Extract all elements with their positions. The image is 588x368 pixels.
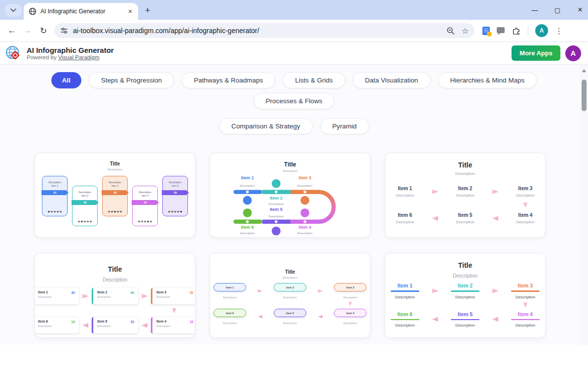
template-card-steps[interactable]: Title Description Description Item 1 01 … [35, 153, 195, 238]
step-number: 02 [72, 200, 99, 205]
download-badge-icon: ↓ [487, 32, 492, 37]
step-number: 03 [102, 190, 129, 195]
main-content: All Steps & Progression Pathways & Roadm… [0, 65, 588, 345]
list-item: Item 1Description40 [35, 288, 79, 304]
window-close-icon[interactable]: × [576, 5, 584, 14]
step-number: 01 [41, 190, 69, 195]
card-title: Title [385, 161, 545, 169]
step-label: Item 4 [133, 194, 157, 197]
filter-chip-lists-grids[interactable]: Lists & Grids [283, 72, 345, 88]
filter-chip-comparison-strategy[interactable]: Comparison & Strategy [219, 118, 313, 134]
filter-chip-steps-progression[interactable]: Steps & Progression [89, 72, 174, 88]
arrow-left-icon [432, 316, 439, 323]
filter-chip-processes-flows[interactable]: Processes & Flows [254, 93, 335, 109]
step-desc: Description [73, 191, 97, 194]
list-item: Item 3Description [511, 283, 540, 299]
template-card-underline-list[interactable]: Title Description Item 1Description Item… [385, 253, 546, 338]
visual-paradigm-link[interactable]: Visual Paradigm [58, 54, 100, 60]
browser-profile-avatar[interactable]: A [535, 24, 548, 37]
bookmark-star-icon[interactable]: ☆ [462, 26, 469, 36]
list-item: Item 2Description [274, 283, 306, 299]
template-card-pills[interactable]: Title Description Item 1Description Item… [210, 253, 370, 338]
card-title: Title [210, 161, 370, 168]
timeline-item-label: Item 1 [241, 175, 254, 180]
arrow-right-icon [492, 287, 499, 294]
list-item: Item 5Description10 [92, 317, 138, 333]
template-card-serpentine[interactable]: Title Description [210, 153, 370, 238]
filter-chip-pyramid[interactable]: Pyramid [320, 118, 369, 134]
user-avatar[interactable]: A [565, 45, 581, 61]
new-tab-button[interactable]: + [145, 5, 150, 16]
filter-chip-data-visualization[interactable]: Data Visualization [353, 72, 431, 88]
arrow-down-icon [522, 203, 528, 208]
tab-close-icon[interactable]: × [126, 7, 134, 15]
step-label: Item 1 [42, 184, 67, 187]
timeline-item-desc: Description [240, 184, 255, 187]
arrow-right-icon [82, 293, 89, 299]
browser-toolbar: ← → ↻ ai-toolbox.visual-paradigm.com/app… [0, 20, 588, 42]
list-item: Item 5Description [451, 311, 479, 328]
step-desc: Description [103, 181, 127, 184]
arrow-left-icon [82, 322, 89, 328]
serpentine-graphic: Item 1 Description Item 3 Description It… [216, 173, 364, 236]
timeline-item-desc: Description [269, 202, 284, 205]
more-apps-button[interactable]: More Apps [512, 45, 560, 61]
scrollbar-thumb[interactable] [582, 80, 587, 111]
app-header: AI Infographic Generator Powered by Visu… [0, 42, 588, 65]
template-card-text-snake[interactable]: Title Description Item 1Description Item… [385, 153, 546, 238]
arrow-left-icon [492, 316, 499, 323]
page-scrollbar[interactable] [580, 65, 588, 345]
arrow-right-icon [318, 288, 323, 293]
list-item: Item 6Description10 [35, 317, 79, 333]
arrow-down-icon [522, 302, 528, 308]
card-description: Description [385, 171, 545, 176]
timeline-item-label: Item 6 [241, 225, 254, 230]
url-text[interactable]: ai-toolbox.visual-paradigm.com/app/ai-in… [73, 27, 442, 35]
list-item: Item 3Description [334, 283, 367, 299]
extension-doc-icon[interactable]: ↓ [482, 27, 490, 35]
list-item: Item 1Description [391, 283, 419, 299]
card-description: Description [210, 276, 370, 279]
step-label: Item 5 [163, 184, 187, 187]
scrollbar-up-arrow-icon[interactable] [582, 67, 586, 72]
arrow-right-icon [257, 288, 262, 293]
address-bar[interactable]: ai-toolbox.visual-paradigm.com/app/ai-in… [54, 23, 475, 38]
filter-chip-all[interactable]: All [51, 72, 81, 88]
arrow-right-icon [142, 293, 148, 299]
list-item: Item 1Description [214, 283, 246, 299]
forward-button[interactable]: → [20, 23, 36, 39]
reload-button[interactable]: ↻ [36, 23, 51, 39]
window-minimize-icon[interactable]: — [531, 6, 539, 14]
step-number: 05 [162, 190, 189, 195]
timeline-item-desc: Description [240, 231, 255, 235]
filter-chip-hierarchies-mindmaps[interactable]: Hierarchies & Mind Maps [438, 72, 537, 88]
card-title: Title [35, 265, 195, 273]
chevron-down-icon [10, 8, 16, 12]
powered-by: Powered by Visual Paradigm [27, 54, 114, 60]
list-item: Item 4Description [516, 212, 535, 224]
back-button[interactable]: ← [4, 23, 20, 39]
card-description: Description [210, 169, 370, 172]
timeline-item-label: Item 4 [298, 225, 311, 230]
arrow-left-icon [432, 215, 439, 222]
list-item: Item 5Description [456, 212, 475, 224]
site-settings-icon[interactable] [60, 27, 68, 35]
filter-chip-pathways-roadmaps[interactable]: Pathways & Roadmaps [182, 72, 275, 88]
timeline-item-desc: Description [297, 184, 313, 187]
tab-search-button[interactable] [5, 4, 22, 17]
extensions-puzzle-icon[interactable] [512, 26, 521, 36]
browser-menu-icon[interactable]: ⋮ [555, 26, 563, 36]
browser-tab[interactable]: AI Infographic Generator × [24, 3, 138, 20]
arrow-left-icon [142, 322, 148, 328]
window-maximize-icon[interactable]: ▢ [553, 6, 561, 14]
arrow-left-icon [318, 314, 323, 319]
timeline-item-desc: Description [297, 231, 313, 235]
card-description: Description [385, 273, 545, 279]
arrow-right-icon [432, 287, 439, 294]
arrow-down-icon [171, 308, 177, 314]
step-desc: Description [133, 191, 157, 194]
comment-bubble-icon[interactable] [497, 27, 505, 33]
zoom-out-icon[interactable] [446, 27, 455, 35]
list-item: Item 4Description [511, 311, 540, 328]
template-card-value-list[interactable]: Title Description Item 1Description40 It… [35, 253, 195, 338]
